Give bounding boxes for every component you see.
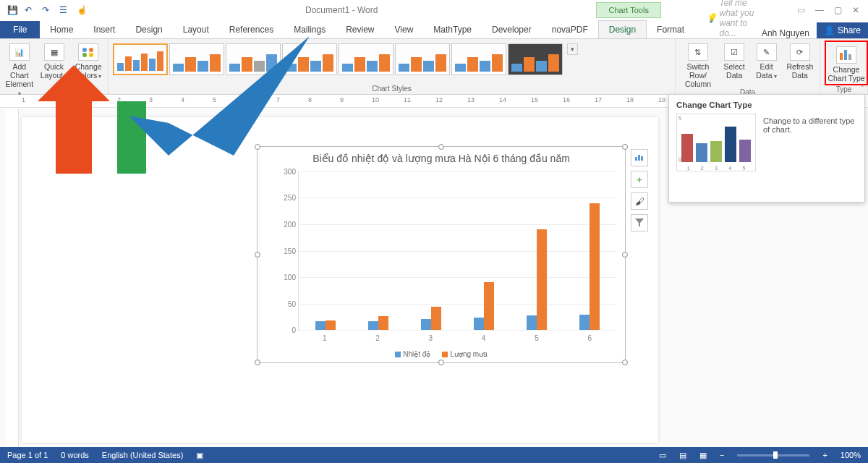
refresh-data-button[interactable]: ⟳ Refresh Data — [785, 41, 815, 80]
view-print-layout-icon[interactable]: ▤ — [679, 451, 686, 460]
view-web-layout-icon[interactable]: ▦ — [699, 451, 707, 460]
resize-handle[interactable] — [255, 252, 260, 258]
resize-handle[interactable] — [438, 360, 444, 365]
tooltip-chart-preview: 12345 5 0 — [676, 114, 756, 171]
status-word-count[interactable]: 0 words — [61, 451, 89, 459]
chart-style-thumb[interactable] — [508, 43, 563, 75]
close-icon[interactable]: ✕ — [852, 5, 859, 15]
svg-rect-7 — [635, 157, 637, 161]
add-chart-element-button[interactable]: 📊 Add Chart Element — [4, 41, 35, 98]
switch-row-column-button[interactable]: ⇅ Switch Row/ Column — [680, 41, 716, 88]
vertical-ruler[interactable] — [6, 109, 19, 447]
quick-layout-button[interactable]: ▦ Quick Layout — [39, 41, 69, 80]
chart-bar[interactable] — [484, 282, 494, 330]
chart-funnel-button[interactable] — [631, 214, 648, 232]
chart-elements-button[interactable] — [631, 149, 648, 166]
resize-handle[interactable] — [438, 144, 444, 150]
chart-style-thumb[interactable] — [451, 43, 506, 75]
legend-entry[interactable]: Lượng mưa — [442, 350, 487, 358]
tooltip-body: Change to a different type of chart. — [763, 116, 857, 134]
chart-title[interactable]: Biểu đồ nhiệt độ và lượng mưa Hà Nội 6 t… — [258, 147, 625, 167]
resize-handle[interactable] — [255, 360, 260, 365]
tell-me-box[interactable]: 💡 Tell me what you want to do... — [694, 0, 754, 38]
chart-style-thumb[interactable] — [226, 43, 281, 75]
status-bar: Page 1 of 1 0 words English (United Stat… — [0, 447, 868, 463]
document-page[interactable]: Biểu đồ nhiệt độ và lượng mưa Hà Nội 6 t… — [22, 117, 658, 443]
chart-filters-button[interactable]: 🖌 — [631, 192, 648, 210]
change-chart-type-highlight: Change Chart Type — [825, 41, 868, 85]
tab-mailings[interactable]: Mailings — [284, 21, 336, 38]
select-data-button[interactable]: ☑ Select Data — [720, 41, 748, 80]
zoom-level[interactable]: 100% — [841, 451, 861, 459]
chart-style-thumb[interactable] — [282, 43, 337, 75]
chart-bar[interactable] — [474, 318, 484, 330]
change-chart-type-tooltip: Change Chart Type 12345 5 0 Change to a … — [668, 94, 865, 203]
status-language[interactable]: English (United States) — [102, 451, 184, 459]
chart-object[interactable]: Biểu đồ nhiệt độ và lượng mưa Hà Nội 6 t… — [257, 146, 626, 363]
chart-y-tick: 200 — [284, 220, 299, 228]
chart-bar[interactable] — [315, 321, 326, 330]
chart-bar[interactable] — [421, 319, 431, 330]
tab-file[interactable]: File — [0, 21, 40, 38]
chart-styles-button[interactable]: + — [631, 171, 648, 188]
resize-handle[interactable] — [622, 252, 628, 258]
user-name[interactable]: Anh Nguyen — [754, 28, 817, 38]
save-icon[interactable]: 💾 — [7, 5, 17, 15]
undo-icon[interactable]: ↶ — [25, 5, 35, 15]
chart-style-thumb[interactable] — [339, 43, 393, 75]
chart-bar[interactable] — [590, 203, 600, 330]
collapse-ribbon-icon[interactable]: ˆ — [861, 85, 864, 93]
chart-bar[interactable] — [537, 229, 547, 330]
view-read-mode-icon[interactable]: ▭ — [659, 451, 666, 460]
svg-marker-10 — [635, 218, 644, 226]
tab-layout[interactable]: Layout — [173, 21, 219, 38]
share-button[interactable]: 👤Share — [817, 22, 868, 38]
chart-bar[interactable] — [378, 316, 388, 330]
chart-bar[interactable] — [431, 307, 441, 330]
tab-references[interactable]: References — [219, 21, 284, 38]
zoom-slider[interactable] — [737, 454, 809, 456]
chart-bar[interactable] — [527, 315, 537, 330]
chart-styles-more-button[interactable]: ▾ — [567, 43, 578, 55]
chart-style-thumb[interactable] — [113, 43, 168, 75]
tab-design[interactable]: Design — [125, 21, 172, 38]
tab-view[interactable]: View — [385, 21, 424, 38]
chart-bar[interactable] — [579, 315, 590, 330]
tab-chart-format[interactable]: Format — [647, 21, 694, 38]
edit-data-button[interactable]: ✎ Edit Data — [752, 41, 780, 80]
maximize-icon[interactable]: ▢ — [834, 5, 842, 15]
tab-developer[interactable]: Developer — [482, 21, 542, 38]
minimize-icon[interactable]: — — [815, 5, 824, 15]
tab-review[interactable]: Review — [336, 21, 384, 38]
chart-style-thumb[interactable] — [395, 43, 450, 75]
tab-chart-design[interactable]: Design — [598, 20, 647, 38]
chart-bar[interactable] — [326, 320, 336, 330]
chart-plot-area[interactable]: 050100150200250300 — [298, 171, 616, 331]
tab-home[interactable]: Home — [40, 21, 83, 38]
touch-mode-icon[interactable]: ☝ — [77, 5, 87, 15]
chart-styles-gallery[interactable] — [113, 41, 563, 75]
resize-handle[interactable] — [255, 144, 260, 150]
macro-record-icon[interactable]: ▣ — [196, 451, 203, 460]
chart-y-tick: 0 — [292, 326, 299, 334]
legend-entry[interactable]: Nhiệt độ — [395, 350, 430, 358]
chart-style-thumb[interactable] — [169, 43, 224, 75]
zoom-in-button[interactable]: + — [822, 451, 827, 459]
ribbon-display-options-icon[interactable]: ▭ — [797, 5, 805, 15]
qat-more-icon[interactable]: ☰ — [59, 5, 69, 15]
resize-handle[interactable] — [622, 144, 628, 150]
tab-novapdf[interactable]: novaPDF — [542, 21, 598, 38]
svg-point-3 — [89, 53, 93, 57]
change-chart-type-button[interactable]: Change Chart Type — [827, 43, 865, 82]
chart-y-tick: 100 — [284, 273, 299, 281]
zoom-out-button[interactable]: − — [720, 451, 724, 459]
tab-mathtype[interactable]: MathType — [423, 21, 482, 38]
redo-icon[interactable]: ↷ — [42, 5, 52, 15]
chart-bar[interactable] — [368, 321, 378, 330]
status-page[interactable]: Page 1 of 1 — [7, 451, 48, 459]
tab-insert[interactable]: Insert — [83, 21, 125, 38]
change-colors-button[interactable]: Change Colors — [73, 41, 103, 80]
svg-rect-9 — [641, 156, 643, 161]
chart-legend[interactable]: Nhiệt độLượng mưa — [258, 350, 625, 358]
resize-handle[interactable] — [622, 360, 628, 365]
